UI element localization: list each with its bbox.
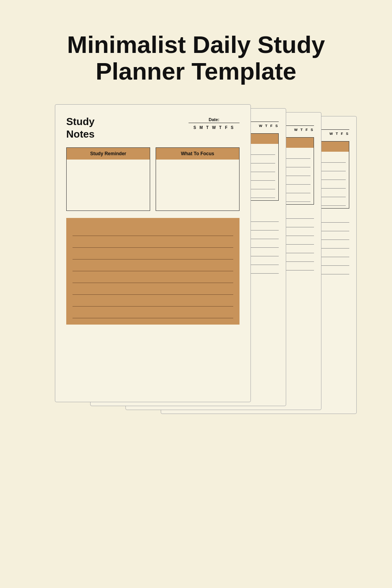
note-line-6 — [73, 283, 233, 295]
notes-section — [66, 218, 240, 325]
page4-days: W T F S — [330, 132, 350, 136]
note-line-1 — [73, 224, 233, 236]
page1-title-line2: Notes — [66, 128, 94, 140]
title-line1: Minimalist Daily Study — [67, 31, 325, 58]
page-title: Minimalist Daily Study Planner Template — [39, 31, 353, 85]
boxes-row: Study Reminder What To Focus — [55, 140, 250, 211]
page2-days: W T F S — [259, 124, 279, 128]
what-to-focus-header: What To Focus — [156, 148, 239, 160]
study-reminder-box: Study Reminder — [66, 147, 150, 211]
page1-date-area: Date: S M T W T F S — [189, 116, 240, 130]
what-to-focus-box: What To Focus — [156, 147, 240, 211]
days-row: S M T W T F S — [189, 125, 240, 130]
note-line-5 — [73, 271, 233, 283]
note-line-2 — [73, 236, 233, 248]
note-line-3 — [73, 248, 233, 260]
page1-title-line1: Study — [66, 116, 94, 127]
date-label: Date: — [189, 117, 240, 123]
title-line2: Planner Template — [96, 58, 296, 85]
note-line-4 — [73, 260, 233, 271]
page3-days: W T F S — [294, 128, 314, 132]
page1-header: Study Notes Date: S M T W T F S — [55, 105, 250, 140]
study-reminder-body — [67, 160, 150, 211]
page1-title: Study Notes — [66, 116, 94, 140]
preview-container: W T F S Notes — [35, 104, 357, 457]
note-line-8 — [73, 307, 233, 318]
what-to-focus-body — [156, 160, 239, 211]
note-line-7 — [73, 295, 233, 307]
page-card-1: Study Notes Date: S M T W T F S Study Re… — [55, 104, 251, 402]
study-reminder-header: Study Reminder — [67, 148, 150, 160]
